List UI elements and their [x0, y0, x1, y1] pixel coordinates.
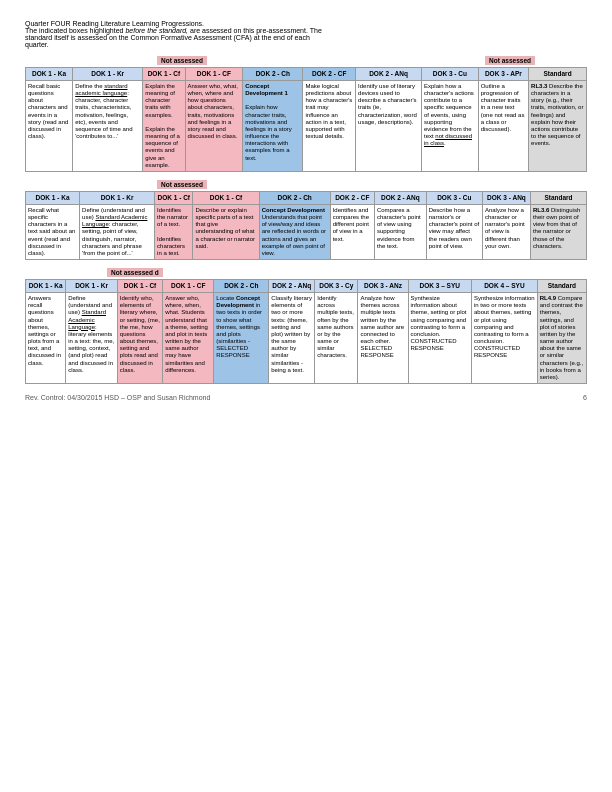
t3-r1-c7: Identify across multiple texts, often by… [315, 292, 358, 383]
table3-section: Not assessed d DOK 1 - Ka DOK 1 - Kr DOK… [25, 268, 587, 384]
t2-h2: DOK 1 - Kr [80, 192, 155, 205]
t2-h1: DOK 1 - Ka [26, 192, 80, 205]
table3: DOK 1 - Ka DOK 1 - Kr DOK 1 - Cf DOK 1 -… [25, 279, 587, 384]
t3-h7: DOK 3 - Cy [315, 280, 358, 293]
table-row: Recall what specific characters in a tex… [26, 204, 587, 259]
t1-r1-c5: Concept Development 1Explain how charact… [243, 80, 303, 171]
table1-section: Not assessed Not assessed DOK 1 - Ka DOK… [25, 56, 587, 172]
t1-r1-c10: RL3.3 Describe the characters in a story… [529, 80, 587, 171]
table2-section: Not assessed DOK 1 - Ka DOK 1 - Kr DOK 1… [25, 180, 587, 260]
t1-h4: DOK 1 - CF [185, 68, 243, 81]
t2-r1-c10: RL3.6 Distinguish their own point of vie… [530, 204, 586, 259]
header-section: Quarter FOUR Reading Literature Learning… [25, 20, 587, 48]
t1-r1-c2: Define the standard academic language: c… [73, 80, 143, 171]
t1-h5: DOK 2 - Ch [243, 68, 303, 81]
table-row: Answers recall questions about themes, s… [26, 292, 587, 383]
t1-h10: Standard [529, 68, 587, 81]
t2-h4: DOK 1 - Cf [193, 192, 259, 205]
not-assessed-label-3a: Not assessed d [107, 268, 163, 277]
t3-h8: DOK 3 - ANz [358, 280, 408, 293]
page-subtitle3: quarter. [25, 41, 587, 48]
page-title: Quarter FOUR Reading Literature Learning… [25, 20, 587, 27]
t1-r1-c3: Explain the meaning of character traits … [143, 80, 185, 171]
t3-r1-c8: Analyze how themes across multiple texts… [358, 292, 408, 383]
t1-r1-c1: Recall basic questions about characters … [26, 80, 73, 171]
t2-r1-c5: Concept DevelopmentUnderstands that poin… [259, 204, 330, 259]
t3-h5: DOK 2 - Ch [214, 280, 269, 293]
t2-r1-c2: Define (understand and use) Standard Aca… [80, 204, 155, 259]
t3-r1-c3: Identify who, elements of literary where… [117, 292, 162, 383]
t3-r1-c10: Synthesize information in two or more te… [472, 292, 538, 383]
t3-h6: DOK 2 - ANq [269, 280, 315, 293]
t2-r1-c6: Identifies and compares the different po… [330, 204, 374, 259]
t2-h3: DOK 1 - Cf [155, 192, 193, 205]
t2-r1-c7: Compares a character's point of view usi… [374, 204, 426, 259]
t3-r1-c6: Classify literary elements of two or mor… [269, 292, 315, 383]
t1-r1-c7: Identify use of literary devices used to… [356, 80, 422, 171]
t1-h2: DOK 1 - Kr [73, 68, 143, 81]
t3-h2: DOK 1 - Kr [66, 280, 118, 293]
not-assessed-label-2a: Not assessed [157, 180, 207, 189]
t1-r1-c9: Outline a progression of character trait… [478, 80, 528, 171]
t1-r1-c4: Answer who, what, when, where and how qu… [185, 80, 243, 171]
t3-h4: DOK 1 - CF [163, 280, 214, 293]
t2-r1-c8: Describe how a narrator's or character's… [426, 204, 482, 259]
table2: DOK 1 - Ka DOK 1 - Kr DOK 1 - Cf DOK 1 -… [25, 191, 587, 260]
t3-r1-c4: Answer who, where, when, what. Students … [163, 292, 214, 383]
t3-r1-c5: Locate Concept Development in two texts … [214, 292, 269, 383]
page-subtitle: The indicated boxes highlighted before t… [25, 27, 587, 34]
t1-h1: DOK 1 - Ka [26, 68, 73, 81]
t2-h9: DOK 3 - ANq [482, 192, 530, 205]
t2-r1-c9: Analyze how a character or narrator's po… [482, 204, 530, 259]
t1-r1-c8: Explain how a character's actions contri… [422, 80, 479, 171]
t1-h8: DOK 3 - Cu [422, 68, 479, 81]
t2-h10: Standard [530, 192, 586, 205]
t2-h5: DOK 2 - Ch [259, 192, 330, 205]
table1: DOK 1 - Ka DOK 1 - Kr DOK 1 - Cf DOK 1 -… [25, 67, 587, 172]
t1-r1-c6: Make logical predictions about how a cha… [303, 80, 356, 171]
t2-h8: DOK 3 - Cu [426, 192, 482, 205]
t1-h7: DOK 2 - ANq [356, 68, 422, 81]
t1-h6: DOK 2 - CF [303, 68, 356, 81]
t3-h11: Standard [537, 280, 586, 293]
t2-r1-c3: Identifies the narrator of a text.Identi… [155, 204, 193, 259]
t2-h6: DOK 2 - CF [330, 192, 374, 205]
t3-h9: DOK 3 – SYU [408, 280, 472, 293]
t3-r1-c2: Define (understand and use) Standard Aca… [66, 292, 118, 383]
page-subtitle2: standard itself is assessed on the Commo… [25, 34, 587, 41]
t1-h3: DOK 1 - Cf [143, 68, 185, 81]
not-assessed-label-1b: Not assessed [485, 56, 535, 65]
footer: Rev. Control: 04/30/2015 HSD – OSP and S… [25, 394, 587, 401]
t3-h1: DOK 1 - Ka [26, 280, 66, 293]
t3-r1-c1: Answers recall questions about themes, s… [26, 292, 66, 383]
t3-h3: DOK 1 - Cf [117, 280, 162, 293]
t1-h9: DOK 3 - APr [478, 68, 528, 81]
t3-r1-c11: RL4.9 Compare and contrast the themes, s… [537, 292, 586, 383]
t3-h10: DOK 4 – SYU [472, 280, 538, 293]
footer-left: Rev. Control: 04/30/2015 HSD – OSP and S… [25, 394, 210, 401]
table-row: Recall basic questions about characters … [26, 80, 587, 171]
t2-h7: DOK 2 - ANq [374, 192, 426, 205]
t3-r1-c9: Synthesize information about theme, sett… [408, 292, 472, 383]
t2-r1-c4: Describe or explain specific parts of a … [193, 204, 259, 259]
footer-page-number: 6 [583, 394, 587, 401]
t2-r1-c1: Recall what specific characters in a tex… [26, 204, 80, 259]
not-assessed-label-1a: Not assessed [157, 56, 207, 65]
